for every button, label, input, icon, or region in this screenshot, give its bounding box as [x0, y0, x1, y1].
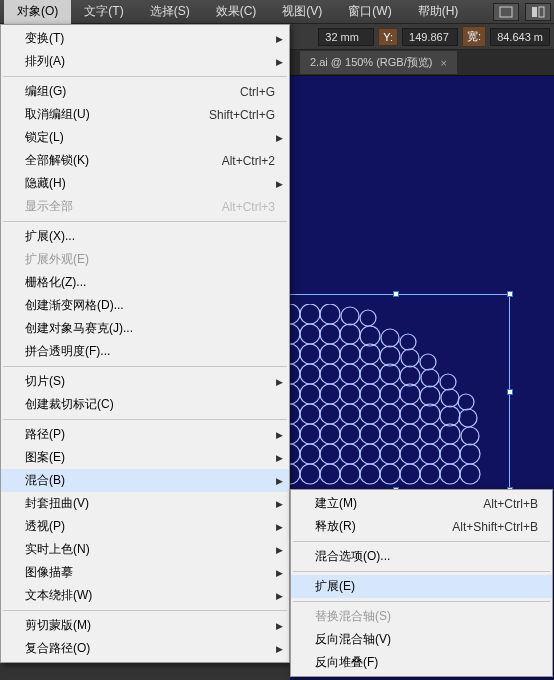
menu-window[interactable]: 窗口(W)	[335, 0, 404, 24]
object-menu-item-18[interactable]: 创建裁切标记(C)	[1, 393, 289, 416]
object-menu-item-21[interactable]: 图案(E)▶	[1, 446, 289, 469]
menu-item-label: 取消编组(U)	[25, 106, 169, 123]
menu-item-label: 透视(P)	[25, 518, 275, 535]
menu-item-label: 切片(S)	[25, 373, 275, 390]
submenu-arrow-icon: ▶	[276, 453, 283, 463]
menu-item-label: 实时上色(N)	[25, 541, 275, 558]
blend-submenu-item-3[interactable]: 混合选项(O)...	[291, 545, 552, 568]
menu-item-label: 建立(M)	[315, 495, 443, 512]
blend-submenu-separator	[293, 541, 550, 542]
submenu-arrow-icon: ▶	[276, 57, 283, 67]
object-menu-item-13[interactable]: 创建渐变网格(D)...	[1, 294, 289, 317]
object-menu-item-10[interactable]: 扩展(X)...	[1, 225, 289, 248]
object-menu-item-8: 显示全部Alt+Ctrl+3	[1, 195, 289, 218]
svg-rect-2	[539, 7, 544, 17]
sel-handle-tm[interactable]	[393, 291, 399, 297]
object-menu-item-29[interactable]: 剪切蒙版(M)▶	[1, 614, 289, 637]
menu-item-label: 剪切蒙版(M)	[25, 617, 275, 634]
submenu-arrow-icon: ▶	[276, 476, 283, 486]
submenu-arrow-icon: ▶	[276, 499, 283, 509]
object-menu-item-3[interactable]: 编组(G)Ctrl+G	[1, 80, 289, 103]
object-menu-item-6[interactable]: 全部解锁(K)Alt+Ctrl+2	[1, 149, 289, 172]
object-menu-item-24[interactable]: 透视(P)▶	[1, 515, 289, 538]
menu-item-label: 文本绕排(W)	[25, 587, 275, 604]
menu-bar: 对象(O) 文字(T) 选择(S) 效果(C) 视图(V) 窗口(W) 帮助(H…	[0, 0, 554, 24]
object-menu-item-4[interactable]: 取消编组(U)Shift+Ctrl+G	[1, 103, 289, 126]
y-label: Y:	[378, 28, 398, 46]
y-value[interactable]: 149.867	[402, 28, 458, 46]
object-menu-separator	[3, 366, 287, 367]
menu-item-label: 扩展外观(E)	[25, 251, 275, 268]
menu-item-label: 释放(R)	[315, 518, 412, 535]
menu-item-label: 反向混合轴(V)	[315, 631, 538, 648]
menu-item-label: 封套扭曲(V)	[25, 495, 275, 512]
submenu-arrow-icon: ▶	[276, 545, 283, 555]
object-menu-separator	[3, 76, 287, 77]
object-menu-item-7[interactable]: 隐藏(H)▶	[1, 172, 289, 195]
object-menu-item-17[interactable]: 切片(S)▶	[1, 370, 289, 393]
menu-effect[interactable]: 效果(C)	[203, 0, 270, 24]
menu-select[interactable]: 选择(S)	[137, 0, 203, 24]
submenu-arrow-icon: ▶	[276, 179, 283, 189]
menu-item-shortcut: Alt+Shift+Ctrl+B	[452, 520, 538, 534]
submenu-arrow-icon: ▶	[276, 34, 283, 44]
submenu-arrow-icon: ▶	[276, 133, 283, 143]
blend-submenu-item-5[interactable]: 扩展(E)	[291, 575, 552, 598]
object-menu-item-22[interactable]: 混合(B)▶	[1, 469, 289, 492]
x-value[interactable]: 32 mm	[318, 28, 374, 46]
doc-tab-title: 2.ai @ 150% (RGB/预览)	[310, 55, 432, 70]
blend-submenu-item-9[interactable]: 反向堆叠(F)	[291, 651, 552, 674]
object-menu-item-30[interactable]: 复合路径(O)▶	[1, 637, 289, 660]
close-icon[interactable]: ×	[440, 57, 446, 69]
object-menu-item-14[interactable]: 创建对象马赛克(J)...	[1, 317, 289, 340]
menu-item-label: 创建渐变网格(D)...	[25, 297, 275, 314]
object-menu-item-26[interactable]: 图像描摹▶	[1, 561, 289, 584]
object-menu-item-25[interactable]: 实时上色(N)▶	[1, 538, 289, 561]
object-menu-item-20[interactable]: 路径(P)▶	[1, 423, 289, 446]
object-menu-item-1[interactable]: 排列(A)▶	[1, 50, 289, 73]
blend-submenu-item-0[interactable]: 建立(M)Alt+Ctrl+B	[291, 492, 552, 515]
object-menu-item-0[interactable]: 变换(T)▶	[1, 27, 289, 50]
object-menu-item-23[interactable]: 封套扭曲(V)▶	[1, 492, 289, 515]
menu-item-label: 栅格化(Z)...	[25, 274, 275, 291]
menu-item-shortcut: Ctrl+G	[240, 85, 275, 99]
submenu-arrow-icon: ▶	[276, 591, 283, 601]
arrange-docs-icon[interactable]	[525, 3, 551, 21]
blend-submenu-item-7: 替换混合轴(S)	[291, 605, 552, 628]
submenu-arrow-icon: ▶	[276, 377, 283, 387]
menu-item-label: 扩展(X)...	[25, 228, 275, 245]
object-menu-item-12[interactable]: 栅格化(Z)...	[1, 271, 289, 294]
menu-item-label: 复合路径(O)	[25, 640, 275, 657]
object-menu-item-15[interactable]: 拼合透明度(F)...	[1, 340, 289, 363]
sel-handle-mr[interactable]	[507, 389, 513, 395]
submenu-arrow-icon: ▶	[276, 644, 283, 654]
submenu-arrow-icon: ▶	[276, 430, 283, 440]
menu-object[interactable]: 对象(O)	[4, 0, 71, 24]
svg-rect-0	[500, 7, 512, 17]
menu-item-label: 替换混合轴(S)	[315, 608, 538, 625]
menu-view[interactable]: 视图(V)	[269, 0, 335, 24]
object-menu-item-5[interactable]: 锁定(L)▶	[1, 126, 289, 149]
width-label: 宽:	[462, 26, 486, 47]
menu-help[interactable]: 帮助(H)	[405, 0, 472, 24]
object-menu-item-27[interactable]: 文本绕排(W)▶	[1, 584, 289, 607]
blend-submenu-item-1[interactable]: 释放(R)Alt+Shift+Ctrl+B	[291, 515, 552, 538]
menu-item-shortcut: Alt+Ctrl+B	[483, 497, 538, 511]
menu-item-shortcut: Alt+Ctrl+3	[222, 200, 275, 214]
menu-item-shortcut: Shift+Ctrl+G	[209, 108, 275, 122]
selection-box[interactable]	[290, 294, 510, 490]
doc-setup-icon[interactable]	[493, 3, 519, 21]
sel-handle-tr[interactable]	[507, 291, 513, 297]
menu-type[interactable]: 文字(T)	[71, 0, 136, 24]
menu-item-label: 图像描摹	[25, 564, 275, 581]
object-menu-separator	[3, 221, 287, 222]
object-menu-separator	[3, 419, 287, 420]
doc-tab-2ai[interactable]: 2.ai @ 150% (RGB/预览) ×	[300, 51, 457, 74]
blend-submenu: 建立(M)Alt+Ctrl+B释放(R)Alt+Shift+Ctrl+B混合选项…	[290, 489, 553, 677]
blend-submenu-item-8[interactable]: 反向混合轴(V)	[291, 628, 552, 651]
object-menu-separator	[3, 610, 287, 611]
menu-item-label: 路径(P)	[25, 426, 275, 443]
width-value[interactable]: 84.643 m	[490, 28, 550, 46]
menu-item-label: 混合选项(O)...	[315, 548, 538, 565]
submenu-arrow-icon: ▶	[276, 568, 283, 578]
